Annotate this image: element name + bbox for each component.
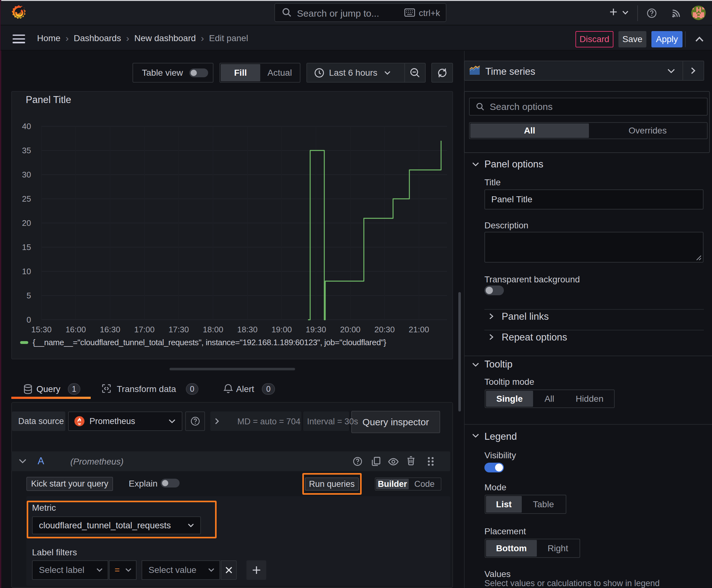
svg-text:19:00: 19:00 <box>272 325 292 334</box>
svg-text:15:30: 15:30 <box>31 325 51 334</box>
svg-text:18:00: 18:00 <box>203 325 223 334</box>
svg-text:17:00: 17:00 <box>134 325 154 334</box>
svg-text:15: 15 <box>22 243 31 252</box>
svg-text:18:30: 18:30 <box>237 325 257 334</box>
svg-text:25: 25 <box>22 194 31 204</box>
svg-text:35: 35 <box>22 146 31 155</box>
svg-text:20:00: 20:00 <box>340 325 360 334</box>
svg-text:20: 20 <box>22 218 31 228</box>
svg-text:0: 0 <box>27 315 31 324</box>
svg-text:19:30: 19:30 <box>306 325 326 334</box>
svg-text:20:30: 20:30 <box>374 325 395 334</box>
svg-text:40: 40 <box>22 122 31 131</box>
svg-text:16:00: 16:00 <box>66 325 86 334</box>
svg-text:21:00: 21:00 <box>409 325 429 334</box>
svg-text:5: 5 <box>27 291 31 300</box>
svg-text:17:30: 17:30 <box>169 325 189 334</box>
svg-text:30: 30 <box>22 170 31 180</box>
svg-text:16:30: 16:30 <box>100 325 120 334</box>
svg-text:{__name__="cloudflared_tunnel_: {__name__="cloudflared_tunnel_total_requ… <box>33 338 386 347</box>
svg-text:10: 10 <box>22 267 31 276</box>
